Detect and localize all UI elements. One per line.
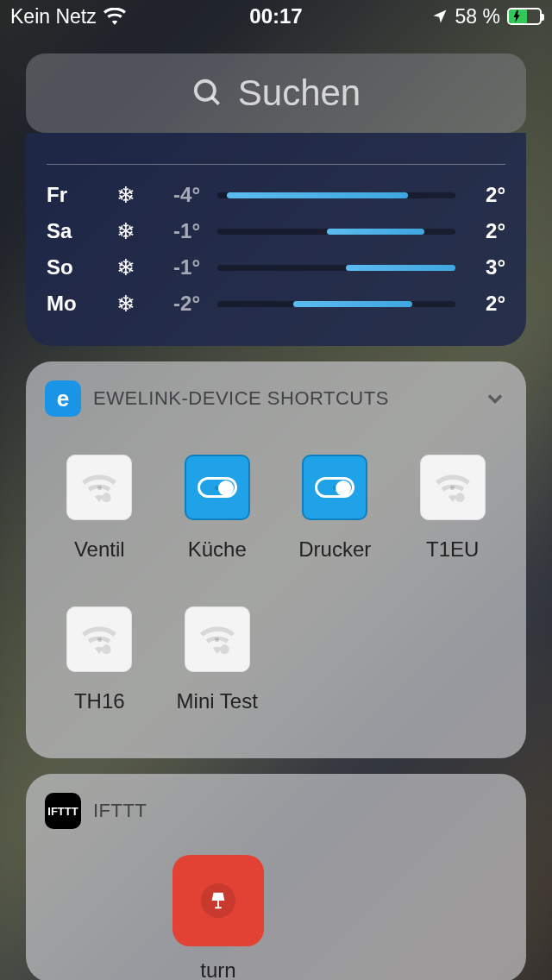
search-field[interactable]: Suchen [26,53,526,133]
device-label: T1EU [426,537,479,562]
forecast-low: -2° [150,292,210,316]
snow-icon: ❄︎ [105,291,147,317]
forecast-low: -1° [150,219,210,243]
status-bar: Kein Netz 00:17 58 % [0,0,552,33]
forecast-day: Fr [47,183,102,207]
forecast-row: So❄︎-1°3° [47,249,505,286]
device-label: Drucker [298,537,371,562]
temp-range-bar [217,301,455,307]
ewelink-widget[interactable]: e EWELINK-DEVICE SHORTCUTS VentilKücheDr… [26,361,526,758]
snow-icon: ❄︎ [105,218,147,245]
temp-range-bar [217,229,455,235]
temp-range-bar [217,265,455,271]
device-shortcut[interactable]: Ventil [45,455,154,562]
device-on-icon [185,455,250,520]
forecast-day: Mo [47,292,102,316]
ifttt-title: IFTTT [93,800,147,822]
snow-icon: ❄︎ [105,182,147,209]
clock: 00:17 [0,4,552,28]
device-label: TH16 [74,689,125,713]
weather-widget[interactable]: Fr❄︎-4°2°Sa❄︎-1°2°So❄︎-1°3°Mo❄︎-2°2° [26,133,526,346]
svg-point-5 [220,644,229,654]
svg-line-1 [212,97,219,104]
ewelink-app-icon: e [45,380,81,417]
device-shortcut[interactable]: Küche [163,455,273,562]
ifttt-app-icon: IFTTT [45,793,81,829]
device-off-icon [185,606,250,672]
forecast-row: Mo❄︎-2°2° [47,286,505,322]
forecast-high: 2° [462,292,505,316]
lamp-icon [201,883,235,918]
device-label: Mini Test [177,689,258,713]
svg-point-0 [196,81,215,100]
divider [47,164,505,165]
forecast-low: -1° [150,255,210,280]
battery-icon [507,8,542,25]
ewelink-title: EWELINK-DEVICE SHORTCUTS [93,387,389,410]
device-label: Ventil [74,537,125,562]
device-off-icon [420,455,486,520]
device-off-icon [66,606,132,672]
forecast-day: So [47,255,102,280]
ifttt-widget[interactable]: IFTTT IFTTT turn [26,774,526,980]
snow-icon: ❄︎ [105,254,147,281]
device-shortcut[interactable]: Drucker [280,455,390,562]
device-on-icon [302,455,367,520]
forecast-day: Sa [47,219,102,243]
ifttt-applet-label: turn [160,958,276,980]
forecast-low: -4° [150,183,210,207]
device-off-icon [66,455,132,520]
device-shortcut[interactable]: T1EU [398,455,508,562]
svg-point-4 [102,644,111,654]
svg-point-2 [102,493,111,502]
forecast-high: 3° [462,255,505,280]
temp-range-bar [217,192,455,198]
device-label: Küche [188,537,247,562]
forecast-high: 2° [462,219,505,243]
forecast-row: Sa❄︎-1°2° [47,213,505,249]
search-icon [191,77,224,110]
chevron-down-icon[interactable] [483,386,507,411]
device-shortcut[interactable]: TH16 [45,606,154,713]
search-placeholder: Suchen [238,72,361,114]
svg-point-3 [455,493,465,502]
forecast-high: 2° [462,183,505,207]
ifttt-applet[interactable] [172,855,264,946]
forecast-row: Fr❄︎-4°2° [47,177,505,213]
device-shortcut[interactable]: Mini Test [163,606,273,713]
